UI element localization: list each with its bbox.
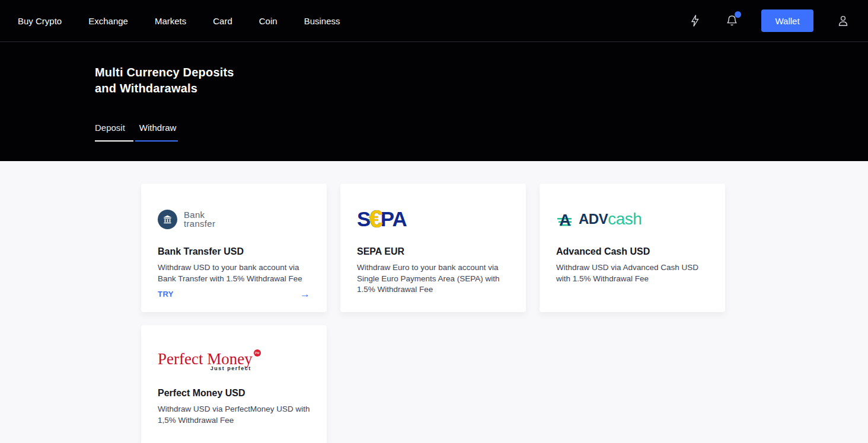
nav-item-business[interactable]: Business xyxy=(304,16,340,26)
nav-item-exchange[interactable]: Exchange xyxy=(88,16,128,26)
bank-word-1: Bank xyxy=(184,210,215,219)
wallet-button[interactable]: Wallet xyxy=(761,9,813,32)
euro-sign-icon: € xyxy=(369,205,382,233)
bank-building-icon xyxy=(158,210,177,229)
nav-item-markets[interactable]: Markets xyxy=(155,16,186,26)
perfect-money-wordmark: Perfect Money xyxy=(158,351,253,367)
withdraw-methods: Bank transfer Bank Transfer USD Withdraw… xyxy=(0,161,868,443)
nav-item-card[interactable]: Card xyxy=(213,16,232,26)
deposit-withdraw-tabs: Deposit Withdraw xyxy=(95,123,868,142)
svg-text:A: A xyxy=(559,211,571,228)
arrow-right-icon[interactable]: → xyxy=(300,289,310,299)
bank-transfer-logo: Bank transfer xyxy=(158,207,310,231)
user-icon[interactable] xyxy=(836,14,850,28)
cards-grid: Bank transfer Bank Transfer USD Withdraw… xyxy=(141,184,868,443)
card-title: Bank Transfer USD xyxy=(158,246,310,257)
top-navigation: Buy Crypto Exchange Markets Card Coin Bu… xyxy=(0,0,868,42)
page-title: Multi Currency Deposits and Withdarawals xyxy=(95,65,868,97)
nav-item-coin[interactable]: Coin xyxy=(259,16,277,26)
notification-dot xyxy=(735,11,741,18)
card-description: Withdraw USD via Advanced Cash USD with … xyxy=(556,262,709,284)
main-menu: Buy Crypto Exchange Markets Card Coin Bu… xyxy=(18,16,340,26)
card-advanced-cash-usd[interactable]: A ADVcash Advanced Cash USD Withdraw USD… xyxy=(540,184,725,312)
bell-icon[interactable] xyxy=(725,14,739,28)
card-action-row: TRY → xyxy=(158,284,310,299)
advcash-a-icon: A xyxy=(556,210,574,228)
card-description: Withdraw Euro to your bank account via S… xyxy=(357,262,509,296)
nav-actions: Wallet xyxy=(688,9,850,32)
sepa-logo-pa: PA xyxy=(381,207,407,231)
lightning-icon[interactable] xyxy=(688,14,702,28)
card-bank-transfer-usd[interactable]: Bank transfer Bank Transfer USD Withdraw… xyxy=(141,184,327,312)
card-description: Withdraw USD via PerfectMoney USD with 1… xyxy=(158,404,310,426)
card-description: Withdraw USD to your bank account via Ba… xyxy=(158,262,310,284)
card-title: Perfect Money USD xyxy=(158,388,310,399)
hero-section: Multi Currency Deposits and Withdarawals… xyxy=(0,42,868,161)
try-link[interactable]: TRY xyxy=(158,290,174,298)
page-title-line1: Multi Currency Deposits xyxy=(95,66,234,79)
sepa-logo-s: S xyxy=(357,207,370,231)
advcash-cash-text: cash xyxy=(608,210,642,229)
advcash-logo: A ADVcash xyxy=(556,207,709,231)
perfect-money-tagline: Just perfect xyxy=(210,365,251,371)
card-title: Advanced Cash USD xyxy=(556,246,709,257)
page: Buy Crypto Exchange Markets Card Coin Bu… xyxy=(0,0,868,443)
bank-transfer-wordmark: Bank transfer xyxy=(184,210,215,228)
tab-deposit[interactable]: Deposit xyxy=(95,123,133,142)
advcash-adv-text: ADV xyxy=(579,211,608,227)
perfect-money-logo: Perfect Money PM Just perfect xyxy=(158,349,310,373)
nav-item-buy-crypto[interactable]: Buy Crypto xyxy=(18,16,62,26)
sepa-logo: S € PA xyxy=(357,207,509,231)
card-sepa-eur[interactable]: S € PA SEPA EUR Withdraw Euro to your ba… xyxy=(340,184,526,312)
tab-withdraw[interactable]: Withdraw xyxy=(135,123,178,142)
perfect-money-badge-icon: PM xyxy=(254,349,261,357)
card-perfect-money-usd[interactable]: Perfect Money PM Just perfect Perfect Mo… xyxy=(141,325,327,443)
bank-word-2: transfer xyxy=(184,219,215,228)
page-title-line2: and Withdarawals xyxy=(95,82,197,95)
card-title: SEPA EUR xyxy=(357,246,509,257)
